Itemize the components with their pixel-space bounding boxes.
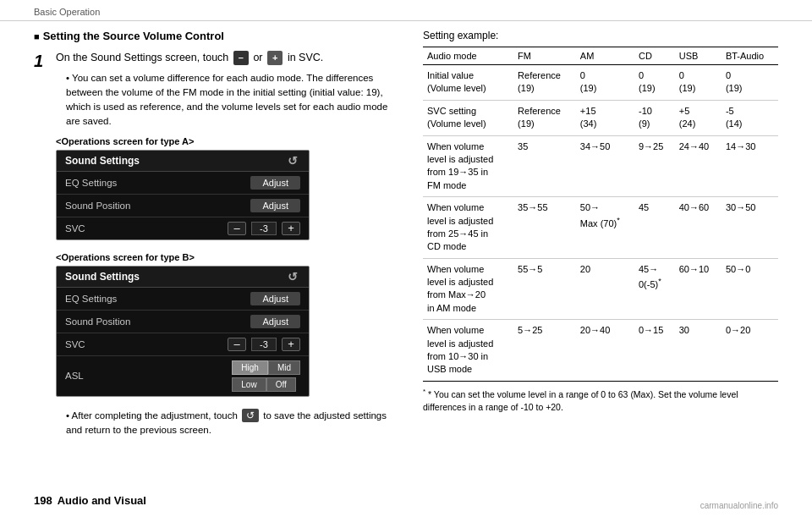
cell-usb: 30 <box>675 320 721 382</box>
row-label: When volumelevel is adjustedfrom 19→35 i… <box>423 135 513 197</box>
back-icon[interactable]: ↺ <box>285 155 300 167</box>
eq-label: EQ Settings <box>65 178 117 188</box>
asl-high-btn[interactable]: High <box>232 360 268 375</box>
cell-usb: 60→10 <box>675 258 721 320</box>
col-am: AM <box>576 47 634 65</box>
cell-fm: 55→5 <box>513 258 576 320</box>
screen-b-asl-row: ASL High Mid Low Off <box>57 356 309 396</box>
cell-bt: 14→30 <box>721 135 778 197</box>
svc-minus-b[interactable]: – <box>228 338 246 351</box>
screen-b-title: Sound Settings <box>65 271 140 283</box>
save-icon[interactable]: ↺ <box>242 409 259 422</box>
screen-a-mockup: Sound Settings ↺ EQ Settings Adjust Soun… <box>56 150 310 240</box>
soundpos-label-b: Sound Position <box>65 316 130 327</box>
cell-cd: 45→0(-5)* <box>634 258 675 320</box>
svc-plus-b[interactable]: + <box>282 338 300 351</box>
page-header: Basic Operation <box>0 0 812 21</box>
main-content: Setting the Source Volume Control 1 On t… <box>0 21 812 478</box>
cell-usb: +5(24) <box>675 100 721 135</box>
watermark: carmanualonline.info <box>700 501 778 510</box>
screen-b-soundpos-row: Sound Position Adjust <box>57 311 309 333</box>
svc-value-b: -3 <box>251 338 277 351</box>
cell-cd: 9→25 <box>634 135 675 197</box>
cell-fm: 5→25 <box>513 320 576 382</box>
col-cd: CD <box>634 47 675 65</box>
sub-label-b: <Operations screen for type B> <box>56 252 398 262</box>
page-number: 198 <box>34 494 52 507</box>
eq-adjust-btn[interactable]: Adjust <box>250 176 300 190</box>
screen-a-title: Sound Settings <box>65 155 140 167</box>
table-row: Initial value(Volume level) Reference(19… <box>423 65 778 101</box>
asl-off-btn[interactable]: Off <box>266 377 296 392</box>
cell-bt: 30→50 <box>721 197 778 259</box>
cell-bt: 50→0 <box>721 258 778 320</box>
svc-label-a: SVC <box>65 223 85 234</box>
step-1-row: 1 On the Sound Settings screen, touch – … <box>34 51 398 437</box>
header-text: Basic Operation <box>34 7 100 17</box>
plus-button[interactable]: + <box>267 51 283 65</box>
table-row: SVC setting(Volume level) Reference(19) … <box>423 100 778 135</box>
cell-cd: 0→15 <box>634 320 675 382</box>
cell-am: 50→Max (70)* <box>576 197 634 259</box>
asl-control: High Mid Low Off <box>232 360 300 392</box>
table-row: When volumelevel is adjustedfrom 10→30 i… <box>423 320 778 382</box>
step-main-text: On the Sound Settings screen, touch – or… <box>56 51 398 66</box>
cell-fm: Reference(19) <box>513 100 576 135</box>
col-bt-audio: BT-Audio <box>721 47 778 65</box>
eq-adjust-btn-b[interactable]: Adjust <box>250 292 300 305</box>
table-row: When volumelevel is adjustedfrom Max→20i… <box>423 258 778 320</box>
row-label: Initial value(Volume level) <box>423 65 513 101</box>
cell-am: +15(34) <box>576 100 634 135</box>
screen-a-header: Sound Settings ↺ <box>57 151 309 172</box>
page-footer: 198 Audio and Visual <box>34 494 146 507</box>
cell-usb: 40→60 <box>675 197 721 259</box>
cell-fm: Reference(19) <box>513 65 576 101</box>
svc-minus-a[interactable]: – <box>228 222 246 235</box>
footnote: * * You can set the volume level in a ra… <box>423 387 778 415</box>
table-header-row: Audio mode FM AM CD USB BT-Audio <box>423 47 778 65</box>
cell-bt: 0(19) <box>721 65 778 101</box>
svc-control-b: – -3 + <box>228 338 300 351</box>
cell-am: 34→50 <box>576 135 634 197</box>
cell-cd: -10(9) <box>634 100 675 135</box>
row-label: SVC setting(Volume level) <box>423 100 513 135</box>
row-label: When volumelevel is adjustedfrom Max→20i… <box>423 258 513 320</box>
soundpos-adjust-btn[interactable]: Adjust <box>250 199 300 212</box>
svc-value-a: -3 <box>251 222 277 235</box>
svc-control-a: – -3 + <box>228 222 300 235</box>
cell-bt: 0→20 <box>721 320 778 382</box>
sub-label-a: <Operations screen for type A> <box>56 136 398 146</box>
asl-mid-btn[interactable]: Mid <box>268 360 300 375</box>
soundpos-label: Sound Position <box>65 201 130 211</box>
after-bullet-text: After completing the adjustment, touch ↺… <box>66 409 398 438</box>
cell-fm: 35→55 <box>513 197 576 259</box>
screen-b-mockup: Sound Settings ↺ EQ Settings Adjust Soun… <box>56 266 310 397</box>
setting-example-title: Setting example: <box>423 30 778 41</box>
footer-section: Audio and Visual <box>58 494 146 507</box>
step-number: 1 <box>34 51 49 437</box>
table-row: When volumelevel is adjustedfrom 19→35 i… <box>423 135 778 197</box>
cell-cd: 0(19) <box>634 65 675 101</box>
cell-cd: 45 <box>634 197 675 259</box>
section-title: Setting the Source Volume Control <box>34 30 398 42</box>
cell-fm: 35 <box>513 135 576 197</box>
bullet-text-1: You can set a volume difference for each… <box>66 71 398 129</box>
asl-label: ASL <box>65 371 84 381</box>
cell-am: 20→40 <box>576 320 634 382</box>
row-label: When volumelevel is adjustedfrom 10→30 i… <box>423 320 513 382</box>
screen-a-soundpos-row: Sound Position Adjust <box>57 195 309 217</box>
soundpos-adjust-btn-b[interactable]: Adjust <box>250 315 300 328</box>
cell-am: 0(19) <box>576 65 634 101</box>
back-icon-b[interactable]: ↺ <box>285 271 300 283</box>
cell-usb: 0(19) <box>675 65 721 101</box>
step-content: On the Sound Settings screen, touch – or… <box>56 51 398 437</box>
cell-am: 20 <box>576 258 634 320</box>
minus-button[interactable]: – <box>233 51 249 65</box>
asl-buttons-bottom: Low Off <box>232 377 300 392</box>
asl-low-btn[interactable]: Low <box>232 377 266 392</box>
screen-b-header: Sound Settings ↺ <box>57 267 309 288</box>
audio-table: Audio mode FM AM CD USB BT-Audio Initial… <box>423 47 778 382</box>
asl-buttons-top: High Mid <box>232 360 300 375</box>
svc-plus-a[interactable]: + <box>282 222 300 235</box>
screen-a-svc-row: SVC – -3 + <box>57 217 309 239</box>
